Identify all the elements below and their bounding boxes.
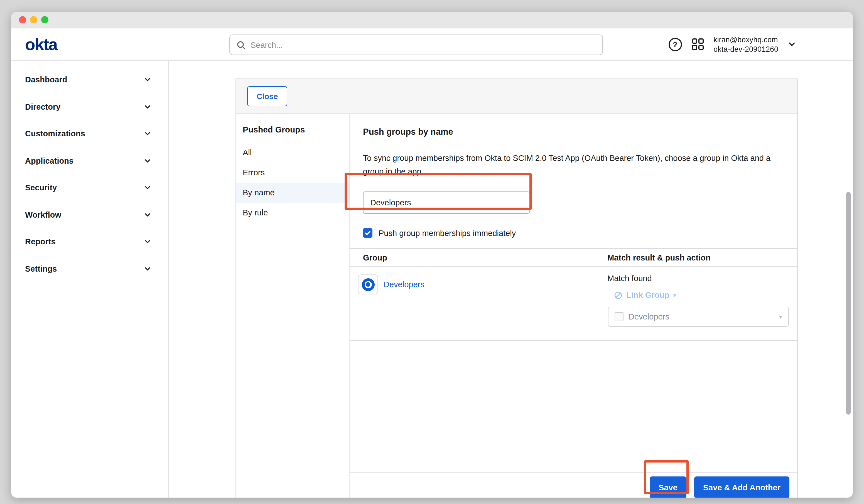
sidebar-item-applications[interactable]: Applications (11, 147, 168, 174)
browser-window: okta ? kiran@boxyhq.co (11, 12, 853, 497)
apps-grid-icon[interactable] (691, 38, 704, 51)
nav-item-all[interactable]: All (236, 143, 349, 163)
okta-group-icon (358, 274, 378, 295)
account-menu-chevron-down-icon[interactable] (788, 40, 796, 48)
sidebar-item-label: Security (25, 183, 57, 192)
sidebar-item-customizations[interactable]: Customizations (11, 120, 168, 147)
push-immediately-checkbox[interactable] (363, 228, 372, 238)
account-info[interactable]: kiran@boxyhq.com okta-dev-20901260 (713, 35, 778, 54)
header-actions: ? kiran@boxyhq.com okta-dev-20901260 (668, 28, 796, 60)
group-thumbnail-placeholder (615, 312, 624, 321)
target-group-value: Developers (628, 312, 670, 321)
nav-item-by-name[interactable]: By name (236, 182, 349, 203)
match-cell: Match found Link Group ▾ (607, 267, 797, 340)
close-window-button[interactable] (19, 16, 26, 23)
search-icon (237, 40, 245, 49)
column-header-match: Match result & push action (607, 253, 797, 262)
zoom-window-button[interactable] (41, 16, 48, 23)
link-group-caret-down-icon: ▾ (673, 292, 676, 298)
link-group-icon (614, 291, 622, 299)
table-row: Developers Match found Li (350, 267, 797, 341)
sidebar-item-label: Dashboard (25, 75, 67, 84)
push-immediately-label[interactable]: Push group memberships immediately (379, 228, 516, 237)
match-table: Group Match result & push action Develop… (350, 248, 797, 341)
okta-logo: okta (25, 36, 57, 53)
sidebar-item-settings[interactable]: Settings (11, 255, 168, 282)
chevron-down-icon (144, 157, 152, 165)
group-cell: Developers (350, 267, 607, 340)
push-groups-dialog: Close Pushed Groups All Errors By name B… (236, 79, 798, 497)
pushed-groups-title: Pushed Groups (243, 125, 343, 134)
sidebar-item-label: Directory (25, 103, 60, 111)
link-group-label: Link Group (626, 290, 670, 299)
screen: okta ? kiran@boxyhq.co (0, 0, 864, 504)
target-group-select[interactable]: Developers ▾ (608, 307, 789, 327)
sidebar-item-label: Customizations (25, 129, 85, 138)
chevron-down-icon (144, 265, 152, 273)
push-immediately-row: Push group memberships immediately (363, 228, 516, 238)
chevron-down-icon (144, 103, 152, 111)
chevron-down-icon (144, 238, 152, 246)
chevron-down-icon (144, 130, 152, 138)
minimize-window-button[interactable] (30, 16, 37, 23)
account-org: okta-dev-20901260 (713, 44, 778, 54)
form-description: To sync group memberships from Okta to S… (363, 152, 778, 178)
group-name-link[interactable]: Developers (384, 280, 424, 289)
match-status: Match found (607, 274, 797, 283)
window-titlebar (11, 12, 853, 28)
chevron-down-icon (144, 211, 152, 219)
select-caret-down-icon: ▾ (779, 313, 782, 320)
dialog-body: Pushed Groups All Errors By name By rule… (236, 113, 797, 497)
nav-item-errors[interactable]: Errors (236, 163, 349, 182)
sidebar-item-reports[interactable]: Reports (11, 228, 168, 255)
sidebar-item-label: Workflow (25, 211, 61, 219)
push-by-name-form: Push groups by name To sync group member… (350, 113, 797, 497)
global-search[interactable] (229, 35, 603, 55)
close-button[interactable]: Close (247, 86, 287, 106)
account-email: kiran@boxyhq.com (713, 35, 778, 44)
pushed-groups-nav: Pushed Groups All Errors By name By rule (236, 113, 350, 497)
form-title: Push groups by name (363, 127, 453, 137)
nav-item-by-rule[interactable]: By rule (236, 203, 349, 223)
sidebar-item-dashboard[interactable]: Dashboard (11, 66, 168, 93)
group-search-input[interactable] (363, 191, 530, 214)
save-button[interactable]: Save (650, 477, 686, 497)
sidebar-item-label: Settings (25, 264, 57, 273)
dialog-footer: Save Save & Add Another (350, 472, 797, 497)
chevron-down-icon (144, 76, 152, 84)
sidebar-item-label: Applications (25, 156, 73, 165)
sidebar-item-workflow[interactable]: Workflow (11, 201, 168, 228)
sidebar-item-directory[interactable]: Directory (11, 93, 168, 120)
link-group-action[interactable]: Link Group ▾ (614, 290, 797, 299)
sidebar-item-label: Reports (25, 237, 56, 246)
search-input[interactable] (251, 40, 596, 49)
sidebar: Dashboard Directory Customizations Appli… (11, 61, 169, 497)
main-content: Close Pushed Groups All Errors By name B… (169, 61, 853, 497)
app-header: okta ? kiran@boxyhq.co (11, 28, 853, 61)
table-header: Group Match result & push action (350, 248, 797, 267)
sidebar-item-security[interactable]: Security (11, 174, 168, 201)
column-header-group: Group (350, 253, 607, 262)
chevron-down-icon (144, 184, 152, 192)
help-icon[interactable]: ? (668, 38, 682, 51)
dialog-toolbar: Close (236, 79, 797, 113)
save-add-another-button[interactable]: Save & Add Another (694, 477, 789, 497)
vertical-scrollbar[interactable] (846, 192, 851, 415)
